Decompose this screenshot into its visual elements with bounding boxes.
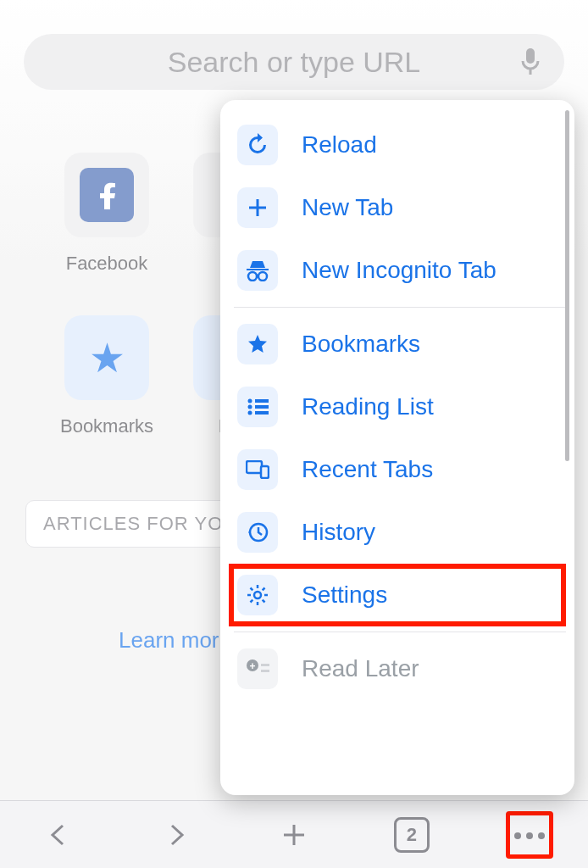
new-tab-button[interactable] bbox=[270, 811, 318, 859]
menu-label: Reload bbox=[302, 131, 377, 159]
menu-label: New Incognito Tab bbox=[302, 257, 496, 284]
search-placeholder: Search or type URL bbox=[168, 46, 421, 79]
shortcut-label: Facebook bbox=[66, 253, 148, 274]
microphone-icon[interactable] bbox=[520, 47, 541, 76]
menu-label: Reading List bbox=[302, 393, 434, 420]
svg-point-6 bbox=[258, 272, 267, 281]
menu-item-read-later[interactable]: + Read Later bbox=[234, 637, 566, 700]
shortcut-bookmarks[interactable]: ★ Bookmarks bbox=[47, 315, 166, 437]
tabs-button[interactable]: 2 bbox=[388, 811, 435, 859]
learn-more-link[interactable]: Learn mor bbox=[119, 627, 219, 654]
menu-divider bbox=[234, 307, 566, 308]
shortcut-label: Bookmarks bbox=[60, 415, 153, 437]
menu-divider bbox=[234, 632, 566, 632]
chip-label: ARTICLES FOR YO bbox=[43, 513, 223, 534]
read-later-icon: + bbox=[237, 648, 278, 689]
gear-icon bbox=[237, 575, 278, 615]
menu-item-bookmarks[interactable]: Bookmarks bbox=[234, 313, 566, 376]
menu-label: New Tab bbox=[302, 194, 393, 221]
svg-rect-15 bbox=[261, 466, 269, 478]
svg-text:+: + bbox=[249, 660, 255, 672]
svg-rect-13 bbox=[255, 411, 269, 415]
menu-item-new-tab[interactable]: New Tab bbox=[234, 176, 566, 239]
menu-label: Recent Tabs bbox=[302, 456, 433, 483]
star-icon bbox=[237, 324, 278, 364]
reload-icon bbox=[237, 125, 278, 165]
menu-label: History bbox=[302, 519, 375, 546]
tab-count: 2 bbox=[407, 824, 417, 846]
forward-button[interactable] bbox=[153, 811, 200, 859]
menu-label: Settings bbox=[302, 581, 387, 609]
menu-label: Bookmarks bbox=[302, 331, 420, 358]
menu-label: Read Later bbox=[302, 655, 419, 682]
svg-rect-9 bbox=[255, 399, 269, 403]
plus-icon bbox=[237, 187, 278, 228]
more-icon bbox=[512, 827, 547, 843]
svg-point-8 bbox=[248, 399, 252, 403]
back-button[interactable] bbox=[35, 811, 82, 859]
svg-rect-20 bbox=[261, 664, 269, 666]
popup-scrollbar[interactable] bbox=[565, 110, 569, 461]
articles-for-you-chip[interactable]: ARTICLES FOR YO bbox=[25, 500, 241, 548]
menu-item-reading-list[interactable]: Reading List bbox=[234, 376, 566, 438]
svg-point-5 bbox=[248, 272, 257, 281]
menu-item-recent-tabs[interactable]: Recent Tabs bbox=[234, 438, 566, 501]
menu-item-reload[interactable]: Reload bbox=[234, 114, 566, 176]
incognito-icon bbox=[237, 250, 278, 291]
menu-item-incognito[interactable]: New Incognito Tab bbox=[234, 239, 566, 302]
svg-point-10 bbox=[248, 405, 252, 409]
svg-rect-0 bbox=[526, 48, 535, 64]
svg-rect-14 bbox=[247, 461, 262, 473]
list-icon bbox=[237, 387, 278, 427]
devices-icon bbox=[237, 449, 278, 490]
menu-item-history[interactable]: History bbox=[234, 501, 566, 564]
history-icon bbox=[237, 512, 278, 553]
shortcut-facebook[interactable]: Facebook bbox=[47, 153, 166, 275]
overflow-menu: Reload New Tab New Incognito Tab Bookmar… bbox=[220, 100, 574, 795]
svg-point-17 bbox=[254, 592, 261, 598]
svg-rect-21 bbox=[261, 670, 269, 672]
svg-rect-11 bbox=[255, 405, 269, 409]
bottom-toolbar: 2 bbox=[0, 800, 588, 868]
more-button[interactable] bbox=[506, 811, 553, 859]
menu-item-settings[interactable]: Settings bbox=[229, 564, 566, 626]
search-bar[interactable]: Search or type URL bbox=[24, 34, 564, 90]
svg-point-12 bbox=[248, 411, 252, 415]
